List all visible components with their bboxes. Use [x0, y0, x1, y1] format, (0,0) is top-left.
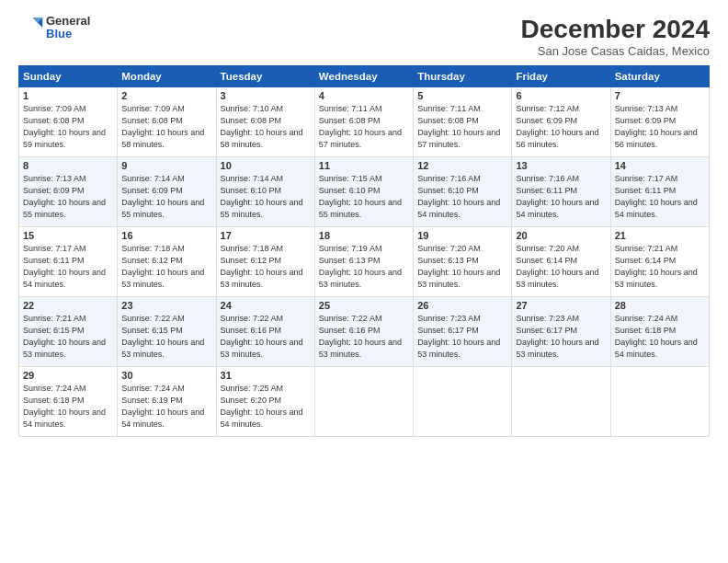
day-number: 15 [23, 230, 113, 241]
day-info: Sunrise: 7:09 AMSunset: 6:08 PMDaylight:… [23, 103, 113, 151]
header-friday: Friday [512, 66, 610, 87]
day-info: Sunrise: 7:24 AMSunset: 6:19 PMDaylight:… [121, 383, 211, 431]
day-info: Sunrise: 7:21 AMSunset: 6:14 PMDaylight:… [615, 243, 705, 291]
table-row: 10Sunrise: 7:14 AMSunset: 6:10 PMDayligh… [216, 157, 314, 227]
day-number: 21 [615, 230, 705, 241]
header: General Blue December 2024 San Jose Casa… [18, 15, 710, 58]
week-row-1: 1Sunrise: 7:09 AMSunset: 6:08 PMDaylight… [19, 87, 710, 157]
day-info: Sunrise: 7:11 AMSunset: 6:08 PMDaylight:… [319, 103, 409, 151]
table-row: 24Sunrise: 7:22 AMSunset: 6:16 PMDayligh… [216, 297, 314, 367]
day-info: Sunrise: 7:19 AMSunset: 6:13 PMDaylight:… [319, 243, 409, 291]
day-info: Sunrise: 7:23 AMSunset: 6:17 PMDaylight:… [516, 313, 606, 361]
table-row: 20Sunrise: 7:20 AMSunset: 6:14 PMDayligh… [512, 227, 610, 297]
table-row: 2Sunrise: 7:09 AMSunset: 6:08 PMDaylight… [118, 87, 216, 157]
day-number: 6 [516, 90, 606, 101]
day-number: 30 [121, 370, 211, 381]
table-row: 11Sunrise: 7:15 AMSunset: 6:10 PMDayligh… [314, 157, 413, 227]
table-row: 6Sunrise: 7:12 AMSunset: 6:09 PMDaylight… [512, 87, 610, 157]
table-row: 8Sunrise: 7:13 AMSunset: 6:09 PMDaylight… [19, 157, 118, 227]
day-info: Sunrise: 7:18 AMSunset: 6:12 PMDaylight:… [221, 243, 311, 291]
day-info: Sunrise: 7:11 AMSunset: 6:08 PMDaylight:… [417, 103, 507, 151]
day-number: 11 [319, 160, 409, 171]
header-tuesday: Tuesday [216, 66, 314, 87]
day-info: Sunrise: 7:25 AMSunset: 6:20 PMDaylight:… [221, 383, 311, 431]
day-number: 5 [417, 90, 507, 101]
day-info: Sunrise: 7:16 AMSunset: 6:10 PMDaylight:… [417, 173, 507, 221]
day-info: Sunrise: 7:18 AMSunset: 6:12 PMDaylight:… [121, 243, 211, 291]
table-row: 30Sunrise: 7:24 AMSunset: 6:19 PMDayligh… [118, 367, 216, 437]
day-info: Sunrise: 7:12 AMSunset: 6:09 PMDaylight:… [516, 103, 606, 151]
logo: General Blue [18, 15, 90, 41]
subtitle: San Jose Casas Caidas, Mexico [521, 44, 710, 58]
day-number: 12 [417, 160, 507, 171]
day-number: 29 [23, 370, 113, 381]
day-info: Sunrise: 7:14 AMSunset: 6:09 PMDaylight:… [121, 173, 211, 221]
header-thursday: Thursday [414, 66, 512, 87]
table-row: 22Sunrise: 7:21 AMSunset: 6:15 PMDayligh… [19, 297, 118, 367]
table-row: 3Sunrise: 7:10 AMSunset: 6:08 PMDaylight… [216, 87, 314, 157]
table-row [414, 367, 512, 437]
week-row-4: 22Sunrise: 7:21 AMSunset: 6:15 PMDayligh… [19, 297, 710, 367]
day-info: Sunrise: 7:22 AMSunset: 6:16 PMDaylight:… [319, 313, 409, 361]
table-row: 13Sunrise: 7:16 AMSunset: 6:11 PMDayligh… [512, 157, 610, 227]
day-number: 3 [221, 90, 311, 101]
table-row: 29Sunrise: 7:24 AMSunset: 6:18 PMDayligh… [19, 367, 118, 437]
table-row: 18Sunrise: 7:19 AMSunset: 6:13 PMDayligh… [314, 227, 413, 297]
table-row: 12Sunrise: 7:16 AMSunset: 6:10 PMDayligh… [414, 157, 512, 227]
day-number: 26 [417, 300, 507, 311]
day-info: Sunrise: 7:17 AMSunset: 6:11 PMDaylight:… [23, 243, 113, 291]
day-number: 20 [516, 230, 606, 241]
table-row: 4Sunrise: 7:11 AMSunset: 6:08 PMDaylight… [314, 87, 413, 157]
day-number: 14 [615, 160, 705, 171]
day-number: 28 [615, 300, 705, 311]
day-info: Sunrise: 7:10 AMSunset: 6:08 PMDaylight:… [221, 103, 311, 151]
week-row-5: 29Sunrise: 7:24 AMSunset: 6:18 PMDayligh… [19, 367, 710, 437]
day-number: 23 [121, 300, 211, 311]
day-number: 25 [319, 300, 409, 311]
day-info: Sunrise: 7:16 AMSunset: 6:11 PMDaylight:… [516, 173, 606, 221]
day-info: Sunrise: 7:24 AMSunset: 6:18 PMDaylight:… [615, 313, 705, 361]
day-number: 10 [221, 160, 311, 171]
table-row: 16Sunrise: 7:18 AMSunset: 6:12 PMDayligh… [118, 227, 216, 297]
day-info: Sunrise: 7:20 AMSunset: 6:14 PMDaylight:… [516, 243, 606, 291]
day-info: Sunrise: 7:20 AMSunset: 6:13 PMDaylight:… [417, 243, 507, 291]
day-number: 1 [23, 90, 113, 101]
header-saturday: Saturday [610, 66, 709, 87]
calendar-table: Sunday Monday Tuesday Wednesday Thursday… [18, 65, 710, 437]
day-info: Sunrise: 7:15 AMSunset: 6:10 PMDaylight:… [319, 173, 409, 221]
header-sunday: Sunday [19, 66, 118, 87]
day-number: 4 [319, 90, 409, 101]
day-info: Sunrise: 7:22 AMSunset: 6:16 PMDaylight:… [221, 313, 311, 361]
day-number: 7 [615, 90, 705, 101]
day-number: 24 [221, 300, 311, 311]
day-number: 2 [121, 90, 211, 101]
calendar-page: General Blue December 2024 San Jose Casa… [0, 0, 728, 563]
table-row: 5Sunrise: 7:11 AMSunset: 6:08 PMDaylight… [414, 87, 512, 157]
day-info: Sunrise: 7:09 AMSunset: 6:08 PMDaylight:… [121, 103, 211, 151]
day-number: 22 [23, 300, 113, 311]
day-info: Sunrise: 7:13 AMSunset: 6:09 PMDaylight:… [23, 173, 113, 221]
day-info: Sunrise: 7:21 AMSunset: 6:15 PMDaylight:… [23, 313, 113, 361]
table-row: 28Sunrise: 7:24 AMSunset: 6:18 PMDayligh… [610, 297, 709, 367]
table-row: 17Sunrise: 7:18 AMSunset: 6:12 PMDayligh… [216, 227, 314, 297]
day-number: 18 [319, 230, 409, 241]
day-number: 13 [516, 160, 606, 171]
day-info: Sunrise: 7:22 AMSunset: 6:15 PMDaylight:… [121, 313, 211, 361]
day-info: Sunrise: 7:23 AMSunset: 6:17 PMDaylight:… [417, 313, 507, 361]
table-row: 15Sunrise: 7:17 AMSunset: 6:11 PMDayligh… [19, 227, 118, 297]
day-number: 19 [417, 230, 507, 241]
header-monday: Monday [118, 66, 216, 87]
day-info: Sunrise: 7:24 AMSunset: 6:18 PMDaylight:… [23, 383, 113, 431]
main-title: December 2024 [521, 15, 710, 44]
table-row: 23Sunrise: 7:22 AMSunset: 6:15 PMDayligh… [118, 297, 216, 367]
week-row-3: 15Sunrise: 7:17 AMSunset: 6:11 PMDayligh… [19, 227, 710, 297]
day-number: 27 [516, 300, 606, 311]
day-number: 16 [121, 230, 211, 241]
day-info: Sunrise: 7:13 AMSunset: 6:09 PMDaylight:… [615, 103, 705, 151]
week-row-2: 8Sunrise: 7:13 AMSunset: 6:09 PMDaylight… [19, 157, 710, 227]
table-row: 19Sunrise: 7:20 AMSunset: 6:13 PMDayligh… [414, 227, 512, 297]
table-row: 25Sunrise: 7:22 AMSunset: 6:16 PMDayligh… [314, 297, 413, 367]
header-row: Sunday Monday Tuesday Wednesday Thursday… [19, 66, 710, 87]
day-number: 8 [23, 160, 113, 171]
logo-icon [18, 15, 44, 40]
